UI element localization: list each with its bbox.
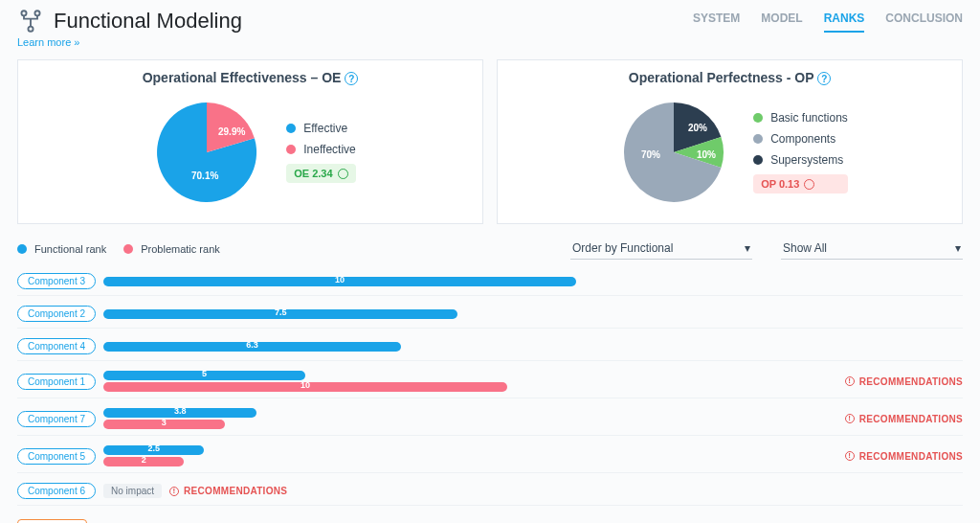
card-oe-title: Operational Effectiveness – OE	[143, 70, 342, 85]
table-row: Component 6No impact!RECOMMENDATIONS	[17, 483, 963, 506]
nav-tabs: SYSTEM MODEL RANKS CONCLUSION	[693, 8, 963, 33]
tab-conclusion[interactable]: CONCLUSION	[885, 11, 963, 33]
problematic-bar: 10	[103, 382, 507, 392]
op-slice-comp-label: 70%	[641, 149, 660, 160]
component-chip[interactable]: Component 3	[17, 273, 96, 289]
functional-value: 3.8	[174, 406, 187, 416]
op-slice-super-label: 20%	[688, 123, 707, 133]
table-row: Component 1510!RECOMMENDATIONS	[17, 371, 963, 398]
functional-bar: 7.5	[103, 309, 457, 319]
problematic-bar: 2	[103, 457, 184, 466]
sad-icon	[804, 179, 814, 190]
check-icon	[338, 169, 348, 179]
chevron-down-icon: ▾	[955, 241, 961, 255]
table-row: Component 310	[17, 273, 963, 296]
chevron-down-icon: ▾	[745, 241, 750, 255]
bar-wrap: 7.5	[103, 309, 963, 319]
component-chip[interactable]: Component 2	[17, 306, 96, 322]
functional-value: 5	[202, 369, 207, 378]
recommendations-link[interactable]: !RECOMMENDATIONS	[845, 376, 963, 387]
svg-point-1	[34, 11, 39, 15]
bar-wrap: 2.52	[103, 445, 837, 466]
oe-slice-ineffective-label: 29.9%	[218, 126, 245, 137]
table-row: Component 27.5	[17, 306, 963, 329]
functional-bar: 5	[103, 371, 305, 380]
legend-op: Basic functions Components Supersystems …	[753, 111, 848, 193]
card-oe: Operational Effectiveness – OE ? 70.1% 2…	[17, 59, 483, 224]
legend-basic: Basic functions	[753, 111, 848, 125]
order-by-select[interactable]: Order by Functional ▾	[570, 238, 752, 260]
legend-effective: Effective	[286, 122, 355, 135]
bar-wrap: 6.3	[103, 342, 963, 352]
tab-model[interactable]: MODEL	[761, 11, 802, 33]
rank-legend: Functional rank Problematic rank	[17, 243, 542, 255]
functional-value: 2.5	[147, 443, 160, 453]
card-op-title: Operational Perfectness - OP	[629, 70, 813, 85]
functional-bar: 10	[103, 277, 576, 286]
bar-wrap: 10	[103, 277, 963, 286]
pie-oe: 70.1% 29.9%	[145, 95, 269, 210]
component-chip[interactable]: Component 5	[17, 448, 96, 465]
delete-button[interactable]: DELETE	[17, 519, 87, 523]
recommendations-link[interactable]: !RECOMMENDATIONS	[845, 414, 963, 424]
tab-system[interactable]: SYSTEM	[693, 11, 740, 33]
legend-supersystems: Supersystems	[753, 153, 848, 167]
help-op-icon[interactable]: ?	[817, 72, 831, 85]
problematic-value: 10	[301, 380, 310, 390]
dot-problematic	[123, 244, 133, 254]
problematic-value: 2	[142, 455, 146, 465]
functional-value: 10	[335, 275, 345, 284]
recommendations-link[interactable]: !RECOMMENDATIONS	[845, 451, 963, 462]
table-row: Component 52.52!RECOMMENDATIONS	[17, 445, 963, 473]
modeling-icon	[17, 8, 44, 34]
alert-icon: !	[845, 414, 855, 423]
rank-rows: Component 310Component 27.5Component 46.…	[17, 273, 963, 506]
card-op: Operational Perfectness - OP ? 20% 10% 7…	[497, 59, 963, 224]
functional-bar: 3.8	[103, 408, 256, 418]
component-chip[interactable]: Component 7	[17, 411, 96, 427]
legend-components: Components	[753, 132, 848, 146]
svg-point-2	[28, 27, 33, 32]
alert-icon: !	[845, 451, 855, 461]
learn-more-link[interactable]: Learn more »	[17, 36, 242, 48]
table-row: Component 73.83!RECOMMENDATIONS	[17, 408, 963, 436]
tab-ranks[interactable]: RANKS	[824, 11, 865, 33]
svg-point-0	[21, 11, 26, 15]
component-chip[interactable]: Component 6	[17, 483, 96, 499]
legend-oe: Effective Ineffective OE 2.34	[286, 122, 355, 183]
bar-wrap: 510	[103, 371, 837, 392]
problematic-value: 3	[162, 418, 167, 427]
filter-select[interactable]: Show All ▾	[781, 238, 963, 260]
op-slice-basic-label: 10%	[697, 149, 716, 160]
alert-icon: !	[169, 487, 179, 496]
no-impact-badge: No impact	[103, 484, 162, 498]
functional-bar: 6.3	[103, 342, 401, 352]
header: Functional Modeling Learn more » SYSTEM …	[17, 8, 963, 48]
bar-wrap: 3.83	[103, 408, 837, 429]
component-chip[interactable]: Component 4	[17, 338, 96, 354]
oe-slice-effective-label: 70.1%	[191, 171, 218, 181]
pie-op: 20% 10% 70%	[612, 95, 736, 210]
component-chip[interactable]: Component 1	[17, 374, 96, 390]
help-oe-icon[interactable]: ?	[345, 72, 358, 85]
alert-icon: !	[845, 376, 855, 386]
functional-bar: 2.5	[103, 445, 204, 455]
problematic-bar: 3	[103, 420, 225, 429]
badge-oe: OE 2.34	[286, 164, 355, 183]
legend-ineffective: Ineffective	[286, 143, 355, 156]
functional-value: 7.5	[275, 307, 287, 317]
page-title: Functional Modeling	[54, 9, 242, 34]
functional-value: 6.3	[246, 340, 258, 350]
table-row: Component 46.3	[17, 338, 963, 361]
recommendations-link[interactable]: !RECOMMENDATIONS	[169, 486, 287, 496]
dot-functional	[17, 244, 27, 254]
badge-op: OP 0.13	[753, 174, 848, 193]
